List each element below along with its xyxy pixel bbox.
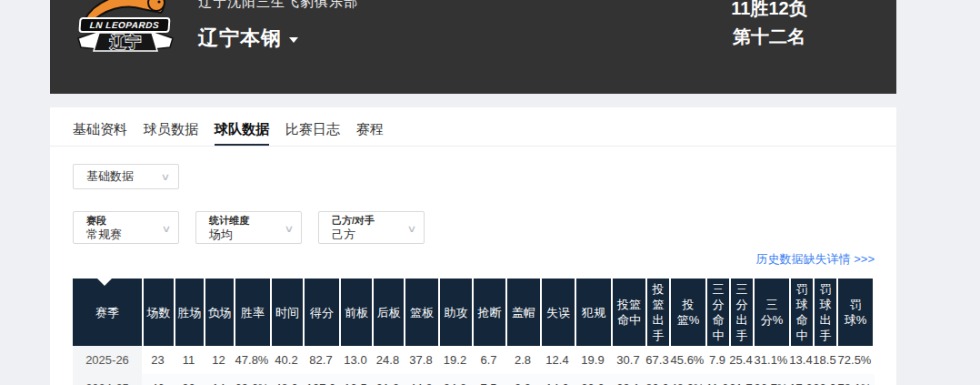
stat-cell: 48.0 — [270, 374, 303, 385]
stat-cell: 14.0 — [540, 374, 575, 385]
column-header: 前板 — [339, 279, 372, 346]
stat-cell: 2.8 — [505, 346, 540, 374]
column-header: 投篮% — [669, 279, 705, 346]
column-header: 胜场 — [174, 279, 204, 346]
column-header: 盖帽 — [505, 279, 540, 346]
chevron-down-icon: ∨ — [407, 224, 417, 234]
stat-cell: 47.8% — [234, 346, 270, 374]
stat-cell: 48.9% — [669, 374, 705, 385]
stat-cell: 24.8 — [438, 374, 472, 385]
tab-schedule[interactable]: 赛程 — [356, 121, 384, 146]
team-header: LN LEOPARDS 辽宁 辽宁沈阳三生飞豹俱乐部 辽宁本钢 11胜12负 第… — [50, 0, 896, 94]
stat-dimension-label: 统计维度 — [209, 214, 281, 228]
stat-cell: 14 — [204, 374, 234, 385]
leopard-logo-graphic: LN LEOPARDS 辽宁 — [77, 0, 174, 58]
stat-cell: 19.9 — [575, 346, 611, 374]
season-cell: 2025-26 — [73, 346, 142, 374]
column-header: 投篮出手 — [645, 279, 669, 346]
stat-cell: 80.0 — [645, 374, 669, 385]
stat-cell: 78.1% — [836, 374, 873, 385]
svg-text:LN LEOPARDS: LN LEOPARDS — [89, 21, 159, 31]
content-card: 基础资料 球员数据 球队数据 比赛日志 赛程 基础数据 ∨ 赛段 常规赛 ∨ 统… — [50, 107, 896, 385]
tab-player-stats[interactable]: 球员数据 — [144, 121, 198, 146]
stat-cell: 7.5 — [472, 374, 505, 385]
stat-cell: 107.0 — [303, 374, 339, 385]
stat-dimension-value: 场均 — [209, 228, 281, 242]
stat-cell: 82.7 — [303, 346, 339, 374]
stage-filter[interactable]: 赛段 常规赛 ∨ — [73, 211, 179, 244]
stat-cell: 31.7 — [729, 374, 753, 385]
stat-cell: 18.5 — [813, 346, 836, 374]
filter-row: 赛段 常规赛 ∨ 统计维度 场均 ∨ 己方/对手 己方 ∨ — [73, 211, 425, 244]
team-record: 11胜12负 — [692, 0, 846, 23]
data-category-select[interactable]: 基础数据 ∨ — [73, 164, 179, 189]
stat-cell: 30.7 — [611, 346, 645, 374]
column-header: 三分命中 — [705, 279, 729, 346]
column-header: 犯规 — [575, 279, 611, 346]
svg-text:辽宁: 辽宁 — [109, 33, 141, 51]
chevron-down-icon: ∨ — [161, 172, 171, 182]
stat-cell: 39.1 — [611, 374, 645, 385]
stage-filter-value: 常规赛 — [86, 228, 158, 242]
stat-dimension-filter[interactable]: 统计维度 场均 ∨ — [195, 211, 302, 244]
stat-cell: 36.7% — [753, 374, 789, 385]
team-record-block: 11胜12负 第十二名 — [692, 0, 846, 51]
stat-cell: 25.4 — [729, 346, 753, 374]
stat-cell: 23 — [142, 346, 174, 374]
club-name: 辽宁沈阳三生飞豹俱乐部 — [198, 0, 358, 11]
tab-bar: 基础资料 球员数据 球队数据 比赛日志 赛程 — [50, 107, 896, 147]
column-header: 时间 — [270, 279, 303, 346]
stat-cell: 7.9 — [705, 346, 729, 374]
column-header: 三分% — [753, 279, 789, 346]
stat-cell: 32 — [174, 374, 204, 385]
tab-basic-info[interactable]: 基础资料 — [73, 121, 127, 146]
column-header: 后板 — [372, 279, 404, 346]
side-filter[interactable]: 己方/对手 己方 ∨ — [318, 211, 425, 244]
stat-cell: 13.0 — [339, 346, 372, 374]
team-logo: LN LEOPARDS 辽宁 — [77, 0, 174, 58]
column-header: 得分 — [303, 279, 339, 346]
column-header: 篮板 — [404, 279, 438, 346]
tab-game-log[interactable]: 比赛日志 — [285, 121, 340, 146]
stat-cell: 23.2 — [575, 374, 611, 385]
stat-cell: 11 — [174, 346, 204, 374]
column-header: 投篮命中 — [611, 279, 645, 346]
data-category-value: 基础数据 — [86, 168, 134, 185]
notch-triangle-icon — [97, 279, 112, 286]
column-header: 负场 — [204, 279, 234, 346]
chevron-down-icon: ∨ — [162, 224, 172, 234]
side-filter-value: 己方 — [332, 228, 404, 242]
table-row: 2024-2546321469.6%48.0107.013.531.344.82… — [73, 374, 875, 385]
team-name-dropdown[interactable]: 辽宁本钢 — [198, 25, 298, 52]
stat-cell: 46 — [142, 374, 174, 385]
column-header: 赛季 — [73, 279, 142, 346]
stat-cell: 12 — [204, 346, 234, 374]
stat-cell: 13.4 — [789, 346, 813, 374]
column-header: 罚球命中 — [789, 279, 813, 346]
season-cell: 2024-25 — [73, 374, 142, 385]
column-header: 场数 — [142, 279, 174, 346]
stat-cell: 69.6% — [234, 374, 270, 385]
chevron-down-icon: ∨ — [285, 224, 295, 234]
stat-cell: 19.2 — [438, 346, 472, 374]
team-rank: 第十二名 — [692, 23, 846, 51]
stat-cell: 13.5 — [339, 374, 372, 385]
column-header: 助攻 — [438, 279, 472, 346]
stat-cell: 12.4 — [540, 346, 575, 374]
column-header: 罚球出手 — [813, 279, 836, 346]
stat-cell: 37.8 — [404, 346, 438, 374]
stat-cell: 17.2 — [789, 374, 813, 385]
history-missing-link[interactable]: 历史数据缺失详情 >>> — [756, 251, 875, 268]
team-name: 辽宁本钢 — [198, 25, 282, 52]
tab-team-stats[interactable]: 球队数据 — [215, 121, 269, 146]
stat-cell: 44.8 — [404, 374, 438, 385]
stat-cell: 45.6% — [669, 346, 705, 374]
stat-cell: 11.6 — [705, 374, 729, 385]
stat-cell: 40.2 — [270, 346, 303, 374]
column-header: 三分出手 — [729, 279, 753, 346]
stat-cell: 31.1% — [753, 346, 789, 374]
stat-cell: 22.0 — [813, 374, 836, 385]
stat-cell: 67.3 — [645, 346, 669, 374]
column-header: 失误 — [540, 279, 575, 346]
caret-down-icon — [289, 37, 298, 43]
